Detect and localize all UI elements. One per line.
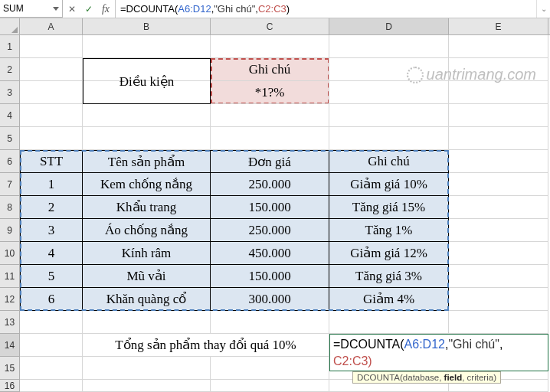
cell[interactable]	[449, 104, 548, 127]
row-header[interactable]: 16	[0, 380, 19, 392]
cell[interactable]	[20, 380, 83, 392]
confirm-icon[interactable]: ✓	[83, 3, 95, 15]
row-header[interactable]: 6	[0, 150, 19, 173]
cell[interactable]	[211, 311, 329, 334]
row-header[interactable]: 12	[0, 288, 19, 311]
column-header-a[interactable]: A	[20, 18, 83, 34]
row-header[interactable]: 1	[0, 35, 19, 58]
table-cell[interactable]: Giảm giá 12%	[329, 242, 449, 265]
row-header[interactable]: 2	[0, 58, 19, 81]
cell[interactable]	[211, 357, 329, 380]
cell[interactable]	[449, 127, 548, 150]
row-header[interactable]: 4	[0, 104, 19, 127]
cell[interactable]	[329, 311, 449, 334]
table-cell[interactable]: Giảm giá 10%	[329, 173, 449, 196]
fx-icon[interactable]: fx	[100, 3, 112, 15]
table-cell[interactable]: Kính râm	[83, 242, 211, 265]
table-header[interactable]: Tên sản phẩm	[83, 150, 211, 173]
table-cell[interactable]: Áo chống nắng	[83, 219, 211, 242]
criteria-header-cell[interactable]: Ghi chú	[211, 58, 329, 81]
cells-area[interactable]: uantrimang.com Ghi chú *1?% STT	[20, 35, 550, 392]
cell[interactable]	[449, 219, 548, 242]
cell[interactable]	[329, 81, 449, 104]
name-box[interactable]: SUM	[0, 0, 63, 18]
cell[interactable]	[449, 288, 548, 311]
chevron-down-icon[interactable]	[53, 7, 59, 11]
table-cell[interactable]: 300.000	[211, 288, 329, 311]
cell[interactable]	[211, 35, 329, 58]
table-cell[interactable]: Mũ vải	[83, 265, 211, 288]
table-cell[interactable]: 1	[20, 173, 83, 196]
table-cell[interactable]: 3	[20, 219, 83, 242]
cell[interactable]	[211, 380, 329, 392]
table-cell[interactable]: Giảm 4%	[329, 288, 449, 311]
row-header[interactable]: 14	[0, 334, 19, 357]
row-header[interactable]: 11	[0, 265, 19, 288]
row-header[interactable]: 8	[0, 196, 19, 219]
table-cell[interactable]: 150.000	[211, 265, 329, 288]
row-header[interactable]: 10	[0, 242, 19, 265]
active-cell-editor[interactable]: =DCOUNTA(A6:D12,"Ghi chú",C2:C3)	[329, 334, 548, 371]
column-header-d[interactable]: D	[329, 18, 449, 34]
table-cell[interactable]: 250.000	[211, 173, 329, 196]
cancel-icon[interactable]: ✕	[66, 3, 78, 15]
table-cell[interactable]: 6	[20, 288, 83, 311]
cell[interactable]	[449, 196, 548, 219]
column-header-b[interactable]: B	[83, 18, 211, 34]
cell[interactable]	[20, 127, 83, 150]
cell[interactable]	[83, 35, 211, 58]
cell[interactable]	[449, 265, 548, 288]
cell[interactable]	[449, 58, 548, 81]
cell[interactable]	[20, 334, 83, 357]
formula-input[interactable]: =DCOUNTA(A6:D12,"Ghi chú",C2:C3)	[116, 0, 536, 18]
row-header[interactable]: 13	[0, 311, 19, 334]
cell[interactable]	[83, 311, 211, 334]
cell[interactable]	[83, 357, 211, 380]
cell[interactable]	[83, 104, 211, 127]
criteria-pattern-cell[interactable]: *1?%	[211, 81, 329, 104]
table-header[interactable]: STT	[20, 150, 83, 173]
cell[interactable]	[449, 150, 548, 173]
cell[interactable]	[449, 311, 548, 334]
column-header-c[interactable]: C	[211, 18, 329, 34]
table-cell[interactable]: Tăng 1%	[329, 219, 449, 242]
table-cell[interactable]: Khẩu trang	[83, 196, 211, 219]
cell[interactable]	[449, 81, 548, 104]
cell[interactable]	[449, 35, 548, 58]
cell[interactable]	[449, 242, 548, 265]
cell[interactable]	[20, 311, 83, 334]
row-header[interactable]: 3	[0, 81, 19, 104]
cell[interactable]	[329, 104, 449, 127]
cell[interactable]	[83, 127, 211, 150]
cell[interactable]	[329, 127, 449, 150]
table-header[interactable]: Ghi chú	[329, 150, 449, 173]
cell[interactable]	[20, 104, 83, 127]
select-all-corner[interactable]	[0, 18, 20, 34]
cell[interactable]	[20, 81, 83, 104]
cell[interactable]	[211, 104, 329, 127]
cell[interactable]	[329, 58, 449, 81]
table-cell[interactable]: Tăng giá 15%	[329, 196, 449, 219]
table-cell[interactable]: 5	[20, 265, 83, 288]
row-header[interactable]: 5	[0, 127, 19, 150]
row-header[interactable]: 7	[0, 173, 19, 196]
table-cell[interactable]: Tăng giá 3%	[329, 265, 449, 288]
table-header[interactable]: Đơn giá	[211, 150, 329, 173]
cell[interactable]	[211, 127, 329, 150]
table-cell[interactable]: Khăn quàng cổ	[83, 288, 211, 311]
table-cell[interactable]: Kem chống nắng	[83, 173, 211, 196]
row-header[interactable]: 9	[0, 219, 19, 242]
column-header-e[interactable]: E	[449, 18, 548, 34]
cell[interactable]	[329, 35, 449, 58]
cell[interactable]	[20, 35, 83, 58]
table-cell[interactable]: 2	[20, 196, 83, 219]
table-cell[interactable]: 250.000	[211, 219, 329, 242]
cell[interactable]	[20, 58, 83, 81]
cell[interactable]	[83, 380, 211, 392]
cell[interactable]	[20, 357, 83, 380]
table-cell[interactable]: 450.000	[211, 242, 329, 265]
table-cell[interactable]: 150.000	[211, 196, 329, 219]
row-header[interactable]: 15	[0, 357, 19, 380]
table-cell[interactable]: 4	[20, 242, 83, 265]
cell[interactable]	[449, 173, 548, 196]
